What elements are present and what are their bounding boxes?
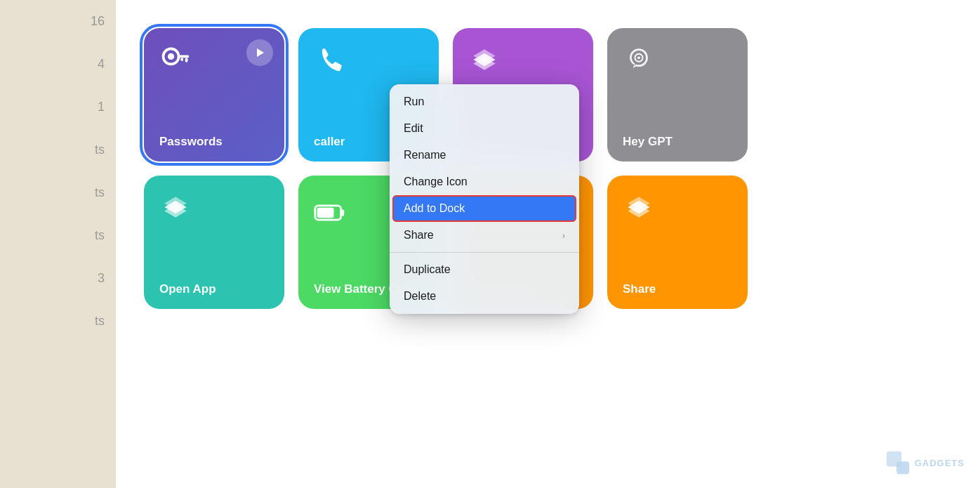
svg-rect-3 — [185, 58, 188, 62]
menu-item-share[interactable]: Share › — [390, 222, 579, 249]
watermark: GADGETS — [885, 450, 965, 475]
menu-item-delete[interactable]: Delete — [390, 283, 579, 310]
sidebar-number-16: 16 — [91, 14, 105, 29]
svg-rect-4 — [180, 58, 183, 61]
share-arrow-icon: › — [562, 230, 565, 241]
context-menu: Run Edit Rename Change Icon Add to Dock … — [390, 84, 579, 314]
menu-item-edit[interactable]: Edit — [390, 115, 579, 142]
svg-marker-5 — [257, 48, 264, 57]
sidebar-number-ts3: ts — [95, 228, 105, 243]
sidebar-number-ts2: ts — [95, 143, 105, 157]
menu-item-duplicate[interactable]: Duplicate — [390, 256, 579, 283]
layers-icon-share — [623, 191, 655, 223]
svg-rect-10 — [341, 209, 345, 216]
phone-icon — [314, 44, 346, 76]
openai-icon — [623, 44, 655, 76]
app-tile-openapp[interactable]: Open App — [144, 176, 284, 309]
heygpt-label: Hey GPT — [623, 135, 673, 149]
layers-icon-facebook — [468, 44, 501, 76]
svg-rect-9 — [317, 208, 334, 218]
menu-item-change-icon[interactable]: Change Icon — [390, 169, 579, 195]
sidebar-number-3: 3 — [98, 271, 105, 286]
svg-point-7 — [637, 56, 640, 59]
sidebar-number-ts4: ts — [95, 314, 105, 329]
app-tile-heygpt[interactable]: Hey GPT — [607, 28, 748, 161]
app-tile-share[interactable]: Share — [607, 176, 748, 309]
svg-rect-12 — [896, 461, 909, 474]
openapp-label: Open App — [159, 282, 216, 296]
menu-item-run[interactable]: Run — [390, 88, 579, 115]
sidebar: 16 4 1 ts ts ts 3 ts — [0, 0, 116, 488]
sidebar-number-1: 1 — [98, 100, 105, 114]
key-icon — [159, 44, 192, 76]
share-label: Share — [623, 282, 656, 296]
caller-label: caller — [314, 135, 345, 149]
sidebar-number-2: ts — [95, 185, 105, 200]
gadgets-logo-icon — [885, 450, 911, 475]
menu-item-add-to-dock[interactable]: Add to Dock — [392, 195, 576, 222]
menu-separator — [390, 252, 579, 253]
svg-point-1 — [168, 53, 174, 60]
svg-rect-2 — [178, 55, 190, 58]
watermark-label: GADGETS — [915, 458, 965, 468]
app-tile-passwords[interactable]: Passwords — [144, 28, 284, 161]
main-content: Passwords caller Facebook — [116, 0, 980, 488]
passwords-label: Passwords — [159, 135, 223, 149]
menu-item-rename[interactable]: Rename — [390, 142, 579, 169]
layers-icon-openapp — [159, 191, 192, 223]
sidebar-number-4: 4 — [98, 57, 105, 72]
play-badge — [246, 39, 273, 66]
battery-icon — [314, 191, 346, 223]
